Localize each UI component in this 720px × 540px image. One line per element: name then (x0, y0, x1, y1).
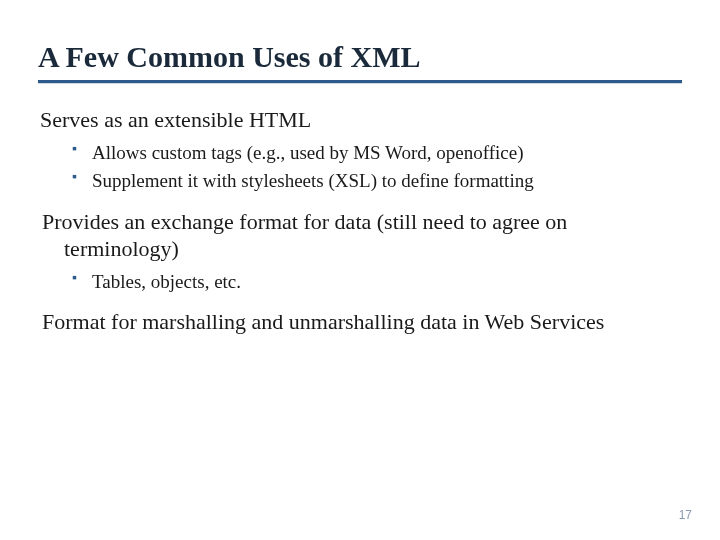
bullet-item: Tables, objects, etc. (92, 269, 682, 295)
section-heading-2: Provides an exchange format for data (st… (40, 208, 682, 263)
bullet-list-2: Tables, objects, etc. (38, 269, 682, 295)
title-underline (38, 80, 682, 84)
bullet-item: Supplement it with stylesheets (XSL) to … (92, 168, 682, 194)
page-number: 17 (679, 508, 692, 522)
section-3: Format for marshalling and unmarshalling… (38, 308, 682, 336)
section-2: Provides an exchange format for data (st… (38, 208, 682, 295)
slide-container: A Few Common Uses of XML Serves as an ex… (0, 0, 720, 366)
slide-title: A Few Common Uses of XML (38, 40, 682, 74)
bullet-list-1: Allows custom tags (e.g., used by MS Wor… (38, 140, 682, 194)
section-1: Serves as an extensible HTML Allows cust… (38, 106, 682, 194)
bullet-item: Allows custom tags (e.g., used by MS Wor… (92, 140, 682, 166)
section-heading-3: Format for marshalling and unmarshalling… (40, 308, 682, 336)
section-heading-1: Serves as an extensible HTML (38, 106, 682, 134)
